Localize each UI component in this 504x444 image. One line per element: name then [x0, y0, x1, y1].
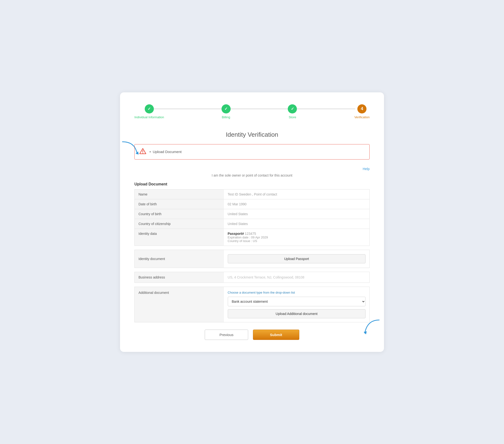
- value-business-address: US, 4 Crockment Terrace, NJ, Collingswoo…: [224, 272, 370, 283]
- step-label-verification: Verification: [354, 115, 370, 119]
- sole-owner-text: I am the sole owner or point of contact …: [134, 173, 370, 177]
- value-citizenship: United States: [224, 219, 370, 229]
- label-citizenship: Country of citizenship: [135, 219, 224, 229]
- footer-section: Previous Submit: [134, 330, 370, 340]
- label-business-address: Business address: [135, 272, 224, 283]
- label-name: Name: [135, 189, 224, 199]
- value-dob: 02 Mar 1990: [224, 199, 370, 209]
- identity-info-table: Name Test ID Sweden , Point of contact D…: [134, 189, 370, 246]
- upload-passport-button[interactable]: Upload Passport: [228, 254, 365, 263]
- additional-document-table: Additional document Choose a document ty…: [134, 287, 370, 322]
- table-row-citizenship: Country of citizenship United States: [135, 219, 370, 229]
- step-label-billing: Billing: [222, 115, 230, 119]
- table-row-additional-doc: Additional document Choose a document ty…: [135, 287, 370, 322]
- passport-label: Passport#: [228, 232, 244, 236]
- progress-steps: ✓ Individual Information ✓ Billing ✓ Sto…: [134, 104, 370, 119]
- previous-button[interactable]: Previous: [205, 330, 248, 340]
- page-title: Identity Verification: [134, 131, 370, 138]
- step-label-individual: Individual Information: [134, 115, 164, 119]
- label-additional-doc: Additional document: [135, 287, 224, 322]
- country-issue-line: Country of issue : US: [228, 239, 365, 243]
- passport-num: 123475: [245, 232, 256, 236]
- step-store: ✓ Store: [288, 104, 297, 119]
- expiration-line: Expiration date : 09 Apr 2029: [228, 236, 365, 239]
- step-verification: 4 Verification: [354, 104, 370, 119]
- step-circle-billing: ✓: [221, 104, 231, 113]
- svg-point-3: [143, 153, 143, 153]
- additional-doc-controls: Choose a document type from the drop-dow…: [224, 287, 370, 322]
- document-type-select[interactable]: Bank account statement Utility bill Cred…: [228, 297, 365, 306]
- warning-icon: [140, 148, 146, 156]
- table-row-identity: Identity data Passport# 123475 Expiratio…: [135, 229, 370, 246]
- step-circle-individual: ✓: [145, 104, 154, 113]
- step-billing: ✓ Billing: [221, 104, 231, 119]
- footer-buttons: Previous Submit: [134, 330, 370, 340]
- business-address-table: Business address US, 4 Crockment Terrace…: [134, 272, 370, 283]
- step-circle-verification: 4: [357, 104, 366, 113]
- value-name: Test ID Sweden , Point of contact: [224, 189, 370, 199]
- label-dob: Date of birth: [135, 199, 224, 209]
- upload-document-title: Upload Document: [134, 182, 370, 186]
- step-circle-store: ✓: [288, 104, 297, 113]
- main-card: ✓ Individual Information ✓ Billing ✓ Sto…: [120, 92, 384, 352]
- step-label-store: Store: [289, 115, 296, 119]
- svg-marker-4: [364, 331, 367, 334]
- step-individual: ✓ Individual Information: [134, 104, 164, 119]
- table-row-dob: Date of birth 02 Mar 1990: [135, 199, 370, 209]
- dropdown-hint: Choose a document type from the drop-dow…: [228, 291, 365, 294]
- label-country-birth: Country of birth: [135, 209, 224, 219]
- value-identity: Passport# 123475 Expiration date : 09 Ap…: [224, 229, 370, 246]
- upload-additional-doc-button[interactable]: Upload Additional document: [228, 309, 365, 318]
- upload-passport-cell: Upload Passport: [224, 250, 370, 268]
- table-row-name: Name Test ID Sweden , Point of contact: [135, 189, 370, 199]
- error-message: • Upload Document: [149, 150, 182, 154]
- help-row: Help: [134, 167, 370, 171]
- error-banner: • Upload Document: [134, 144, 370, 159]
- label-identity-doc: Identity document: [135, 250, 224, 268]
- arrow-decoration-right: [360, 318, 382, 338]
- label-identity: Identity data: [135, 229, 224, 246]
- table-row-address: Business address US, 4 Crockment Terrace…: [135, 272, 370, 283]
- help-link[interactable]: Help: [363, 167, 370, 171]
- table-row-country-birth: Country of birth United States: [135, 209, 370, 219]
- submit-button[interactable]: Submit: [253, 330, 299, 340]
- table-row-identity-doc: Identity document Upload Passport: [135, 250, 370, 268]
- identity-document-table: Identity document Upload Passport: [134, 250, 370, 268]
- value-country-birth: United States: [224, 209, 370, 219]
